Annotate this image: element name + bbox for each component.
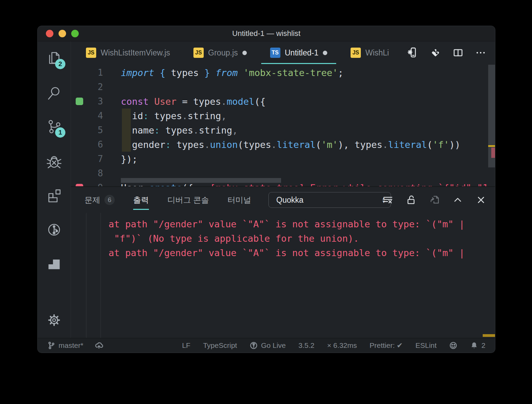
- code-editor[interactable]: 1import { types } from 'mobx-state-tree'…: [71, 64, 495, 186]
- gear-icon: [46, 312, 62, 328]
- code-text: User.create({ [mobx-state-tree] Error wh…: [103, 182, 488, 187]
- editor-horizontal-scrollbar[interactable]: [121, 178, 281, 183]
- eol-indicator[interactable]: LF: [182, 341, 191, 350]
- close-window-button[interactable]: [46, 30, 53, 37]
- status-bar-left: master*: [47, 341, 103, 350]
- explorer-badge: 2: [55, 59, 65, 69]
- quokka-timing[interactable]: × 6.32ms: [327, 341, 357, 350]
- panel-tab-2[interactable]: 디버그 콘솔: [158, 187, 218, 213]
- output-console[interactable]: at path "/gender" value `"A"` is not ass…: [71, 213, 495, 338]
- panel-tab-label: 출력: [133, 195, 149, 205]
- activitybar-item-gitlens[interactable]: [46, 222, 62, 238]
- problems-count-badge: 6: [104, 195, 115, 205]
- go-live[interactable]: Go Live: [250, 341, 286, 350]
- publish-changes[interactable]: [95, 341, 103, 350]
- panel-tab-0[interactable]: 문제6: [85, 187, 124, 213]
- editor-tabs: JSWishListItemView.jsJSGroup.jsTSUntitle…: [74, 41, 401, 64]
- code-line-6[interactable]: 6 gender: types.union(types.literal('m')…: [71, 137, 495, 152]
- output-channel-value: Quokka: [276, 195, 303, 205]
- notifications[interactable]: 2: [470, 341, 485, 350]
- eslint-status[interactable]: ESLint: [415, 341, 436, 350]
- eol-indicator-label: LF: [182, 341, 191, 350]
- activitybar-item-debug[interactable]: [46, 153, 62, 169]
- activitybar-item-settings[interactable]: [46, 312, 62, 328]
- git-branch-icon: [47, 341, 55, 350]
- indent-highlight: [122, 123, 131, 137]
- code-line-2[interactable]: 2: [71, 80, 495, 94]
- activitybar-item-search[interactable]: [46, 85, 62, 101]
- code-text: gender: types.union(types.literal('m'), …: [103, 139, 460, 150]
- tab-group-js[interactable]: JSGroup.js: [182, 41, 258, 64]
- panel-actions: [382, 194, 487, 206]
- line-number: 7: [71, 154, 103, 164]
- line-number: 2: [71, 82, 103, 92]
- status-bar: master* LFTypeScriptGo Live3.5.2× 6.32ms…: [38, 338, 495, 353]
- line-number: 8: [71, 168, 103, 178]
- smiley-icon: [449, 341, 457, 350]
- status-bar-right: LFTypeScriptGo Live3.5.2× 6.32msPrettier…: [182, 341, 485, 350]
- more-actions-icon[interactable]: [474, 47, 487, 59]
- tab-wishlistitemview-js[interactable]: JSWishListItemView.js: [74, 41, 182, 64]
- code-line-3[interactable]: 3const User = types.model({: [71, 94, 495, 109]
- device-gear-icon[interactable]: [407, 47, 419, 59]
- output-line-1: at path "/gender" value `"A"` is not ass…: [71, 217, 495, 231]
- activitybar-item-extensions[interactable]: [46, 187, 62, 204]
- maximize-panel-icon[interactable]: [452, 194, 464, 206]
- prettier-status[interactable]: Prettier: ✔: [369, 341, 403, 350]
- panel-tabs: 문제6출력디버그 콘솔터미널: [85, 187, 260, 213]
- editor-actions: [407, 41, 495, 64]
- zoom-window-button[interactable]: [71, 30, 79, 37]
- output-channel-select[interactable]: Quokka ▲▼: [268, 192, 391, 208]
- unlock-icon[interactable]: [405, 194, 417, 206]
- steps-icon: [46, 256, 62, 272]
- feedback-smiley[interactable]: [449, 341, 457, 350]
- notifications-label: 2: [481, 341, 485, 350]
- line-number: 5: [71, 125, 103, 135]
- tab-untitled-1[interactable]: TSUntitled-1: [258, 41, 339, 64]
- prettier-status-label: Prettier: ✔: [369, 341, 403, 350]
- ts-file-icon: TS: [270, 48, 280, 58]
- language-mode[interactable]: TypeScript: [203, 341, 237, 350]
- split-editor-icon[interactable]: [452, 47, 464, 59]
- quokka-timing-label: × 6.32ms: [327, 341, 357, 350]
- activitybar-item-quokka[interactable]: [46, 256, 62, 272]
- overview-ruler-modified-marker: [488, 145, 495, 147]
- modified-indicator: [242, 51, 247, 55]
- open-output-editor-icon[interactable]: [429, 194, 440, 206]
- code-line-4[interactable]: 4 id: types.string,: [71, 109, 495, 123]
- panel-tab-1[interactable]: 출력: [124, 187, 158, 213]
- output-line-2: "f")` (No type is applicable for the uni…: [71, 231, 495, 246]
- output-indent-guide: [86, 213, 87, 338]
- coverage-pass-marker: [76, 98, 83, 105]
- overview-ruler-error-marker: [491, 148, 495, 158]
- language-mode-label: TypeScript: [203, 341, 237, 350]
- line-number: 4: [71, 111, 103, 121]
- tab-label: Untitled-1: [285, 48, 318, 58]
- code-line-5[interactable]: 5 name: types.string,: [71, 123, 495, 137]
- titlebar[interactable]: Untitled-1 — wishlist: [38, 26, 495, 41]
- git-branch-status-label: master*: [59, 341, 83, 350]
- extensions-icon: [46, 187, 62, 204]
- activitybar-item-explorer[interactable]: 2: [46, 50, 62, 67]
- code-line-7[interactable]: 7});: [71, 152, 495, 166]
- output-indent-guide: [100, 213, 101, 338]
- window-title: Untitled-1 — wishlist: [38, 26, 495, 41]
- clear-output-icon[interactable]: [382, 194, 394, 206]
- minimize-window-button[interactable]: [59, 30, 66, 37]
- activitybar-item-source-control[interactable]: 1: [46, 119, 62, 135]
- bell-icon: [470, 341, 478, 350]
- tab-wishli[interactable]: JSWishLi: [339, 41, 401, 64]
- close-panel-icon[interactable]: [475, 194, 487, 206]
- version-indicator-label: 3.5.2: [299, 341, 315, 350]
- git-branch-status[interactable]: master*: [47, 341, 83, 350]
- code-line-1[interactable]: 1import { types } from 'mobx-state-tree'…: [71, 65, 495, 80]
- debug-icon: [46, 153, 62, 169]
- panel-tab-label: 디버그 콘솔: [167, 195, 209, 205]
- version-indicator[interactable]: 3.5.2: [299, 341, 315, 350]
- panel-tab-label: 터미널: [227, 195, 251, 205]
- code-text: import { types } from 'mobx-state-tree';: [103, 67, 343, 78]
- git-diamond-icon[interactable]: [429, 47, 442, 59]
- panel-tab-3[interactable]: 터미널: [218, 187, 260, 213]
- coverage-error-marker: [76, 184, 83, 186]
- code-text: const User = types.model({: [103, 96, 266, 107]
